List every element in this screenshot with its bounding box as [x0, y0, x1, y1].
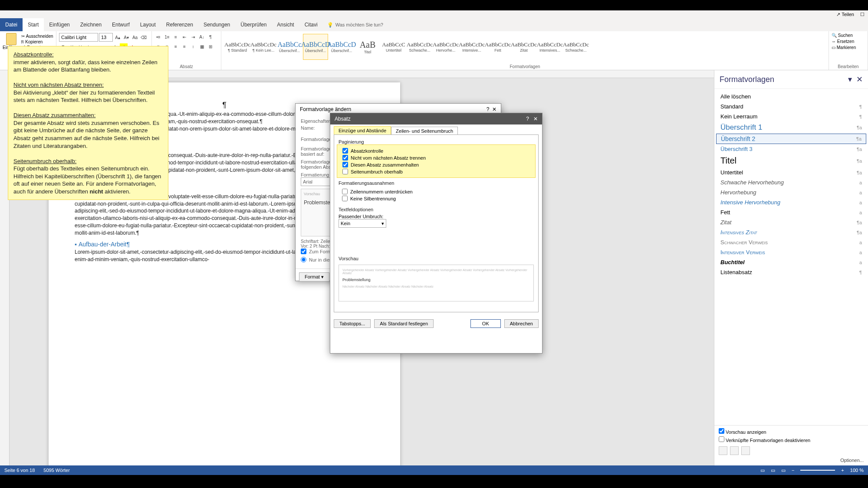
word-count[interactable]: 5095 Wörter — [43, 468, 70, 473]
select-button[interactable]: ▭ Markieren — [832, 45, 865, 50]
style-gallery-item[interactable]: AaBTitel — [355, 34, 380, 60]
close-icon[interactable]: ✕ — [492, 106, 496, 112]
borders-icon[interactable]: ⊞ — [207, 43, 214, 50]
style-gallery-item[interactable]: AaBbCcDcFett — [485, 34, 510, 60]
tab-citavi[interactable]: Citavi — [299, 18, 323, 31]
close-icon[interactable]: ✕ — [533, 116, 538, 122]
font-size-input[interactable]: 13 — [99, 33, 113, 42]
format-menu-button[interactable]: Format ▾ — [299, 272, 329, 282]
style-list-item[interactable]: Listenabsatz¶ — [714, 267, 868, 277]
help-icon[interactable]: ? — [526, 116, 529, 122]
style-list-item[interactable]: Intensive Hervorhebunga — [714, 197, 868, 207]
clear-all[interactable]: Alle löschen — [714, 92, 868, 102]
cut-button[interactable]: ✂ Ausschneiden — [21, 34, 53, 39]
tab-view[interactable]: Ansicht — [272, 18, 299, 31]
outdent-icon[interactable]: ⇤ — [181, 33, 188, 41]
tab-draw[interactable]: Zeichnen — [75, 18, 107, 31]
cancel-button[interactable]: Abbrechen — [504, 319, 539, 328]
options-link[interactable]: Optionen... — [719, 458, 864, 463]
add-to-gallery-checkbox[interactable] — [301, 249, 306, 254]
style-gallery-item[interactable]: AaBbCcDc¶ Standard — [225, 34, 250, 60]
tab-line-page-breaks[interactable]: Zeilen- und Seitenumbruch — [391, 127, 458, 135]
numbering-icon[interactable]: 1≡ — [163, 33, 171, 41]
bullets-icon[interactable]: •≡ — [155, 33, 162, 41]
style-list-item[interactable]: Buchtitela — [714, 257, 868, 267]
tab-file[interactable]: Datei — [0, 18, 23, 31]
suppress-line-numbers-checkbox[interactable]: Zeilennummern unterdrücken — [342, 189, 534, 194]
ok-button[interactable]: OK — [470, 319, 501, 328]
tab-review[interactable]: Überprüfen — [235, 18, 272, 31]
widow-control-checkbox[interactable]: Absatzkontrolle — [342, 148, 533, 154]
ribbon-collapse-icon[interactable]: ☐ — [860, 12, 865, 17]
keep-together-checkbox[interactable]: Diesen Absatz zusammenhalten — [342, 162, 533, 167]
style-gallery-item[interactable]: AaBbCcDcIntensive... — [459, 34, 484, 60]
style-gallery-item[interactable]: AaBbCcDc¶ Kein Lee... — [251, 34, 276, 60]
show-marks-icon[interactable]: ¶ — [207, 33, 214, 41]
style-gallery-item[interactable]: AaBbCcDÜberschrif... — [303, 34, 328, 60]
style-list-item[interactable]: Hervorhebunga — [714, 187, 868, 197]
style-gallery-item[interactable]: AaBbCcDcZitat — [511, 34, 536, 60]
style-inspector-icon[interactable] — [730, 446, 739, 455]
style-list-item[interactable]: Überschrift 2¶a — [716, 134, 866, 144]
style-gallery-item[interactable]: AaBbCcÜberschrif... — [277, 34, 302, 60]
shrink-font-icon[interactable]: A▾ — [122, 33, 130, 41]
change-case-icon[interactable]: Aa — [131, 33, 139, 41]
style-list-item[interactable]: Intensiver Verweisa — [714, 247, 868, 257]
clear-format-icon[interactable]: ⌫ — [140, 33, 148, 41]
shading-icon[interactable]: ▦ — [198, 43, 206, 50]
set-default-button[interactable]: Als Standard festlegen — [374, 319, 434, 328]
tabstops-button[interactable]: Tabstopps... — [334, 319, 371, 328]
tab-indents[interactable]: Einzüge und Abstände — [334, 126, 391, 134]
style-gallery-item[interactable]: AaBbCcDcHervorhe... — [433, 34, 458, 60]
style-list-item[interactable]: Fetta — [714, 207, 868, 217]
justify-icon[interactable]: ≡ — [181, 43, 188, 50]
style-list-item[interactable]: Zitat¶a — [714, 217, 868, 227]
new-style-icon[interactable] — [719, 446, 727, 455]
style-list-item[interactable]: Standard¶ — [714, 102, 868, 111]
align-right-icon[interactable]: ≡ — [172, 43, 180, 50]
style-gallery-item[interactable]: AaBbCcCUntertitel — [381, 34, 406, 60]
sort-icon[interactable]: A↓ — [198, 33, 206, 41]
tab-mailings[interactable]: Sendungen — [198, 18, 235, 31]
indent-icon[interactable]: ⇥ — [189, 33, 197, 41]
page-break-before-checkbox[interactable]: Seitenumbruch oberhalb — [342, 169, 533, 174]
close-icon[interactable]: ✕ — [856, 75, 863, 84]
zoom-slider[interactable] — [800, 470, 835, 471]
page-indicator[interactable]: Seite 6 von 18 — [4, 468, 35, 473]
view-read-icon[interactable]: ▭ — [760, 468, 765, 473]
zoom-in-icon[interactable]: + — [841, 468, 844, 473]
style-gallery-item[interactable]: AaBbCcDcIntensives... — [537, 34, 562, 60]
copy-button[interactable]: ⎘ Kopieren — [21, 39, 53, 44]
tab-design[interactable]: Entwurf — [107, 18, 135, 31]
tab-start[interactable]: Start — [23, 18, 44, 31]
grow-font-icon[interactable]: A▴ — [114, 33, 122, 41]
style-list-item[interactable]: Kein Leerraum¶ — [714, 111, 868, 121]
zoom-level[interactable]: 100 % — [850, 468, 864, 473]
manage-styles-icon[interactable] — [741, 446, 750, 455]
view-print-icon[interactable]: ▭ — [771, 468, 775, 473]
style-gallery-item[interactable]: AaBbCcDÜberschrif... — [329, 34, 354, 60]
only-this-doc-radio[interactable] — [301, 257, 306, 262]
find-button[interactable]: 🔍 Suchen — [832, 33, 865, 38]
line-spacing-icon[interactable]: ↕ — [189, 43, 197, 50]
pane-dropdown-icon[interactable]: ▾ — [848, 75, 852, 84]
tight-wrap-select[interactable]: Kein▾ — [339, 219, 386, 228]
replace-button[interactable]: ↔ Ersetzen — [832, 39, 865, 44]
style-gallery-item[interactable]: AaBbCcDcSchwache... — [407, 34, 432, 60]
preview-checkbox[interactable]: Vorschau anzeigen — [719, 428, 864, 435]
no-hyphenation-checkbox[interactable]: Keine Silbentrennung — [342, 196, 534, 201]
zoom-out-icon[interactable]: − — [792, 468, 794, 473]
style-list-item[interactable]: Titel¶a — [714, 154, 868, 167]
style-list-item[interactable]: Untertitel¶a — [714, 167, 868, 177]
tab-references[interactable]: Referenzen — [161, 18, 198, 31]
tab-insert[interactable]: Einfügen — [44, 18, 75, 31]
style-list-item[interactable]: Überschrift 1¶a — [714, 121, 868, 134]
font-name-input[interactable]: Calibri Light — [59, 33, 98, 42]
linked-checkbox[interactable]: Verknüpfte Formatvorlagen deaktivieren — [719, 436, 864, 443]
keep-with-next-checkbox[interactable]: Nicht vom nächsten Absatz trennen — [342, 155, 533, 160]
style-list-item[interactable]: Schwacher Verweisa — [714, 237, 868, 247]
share-button[interactable]: Teilen — [836, 12, 854, 17]
style-gallery-item[interactable]: AaBbCcDcSchwache... — [563, 34, 589, 60]
view-web-icon[interactable]: ▭ — [781, 468, 786, 473]
help-icon[interactable]: ? — [487, 106, 490, 112]
